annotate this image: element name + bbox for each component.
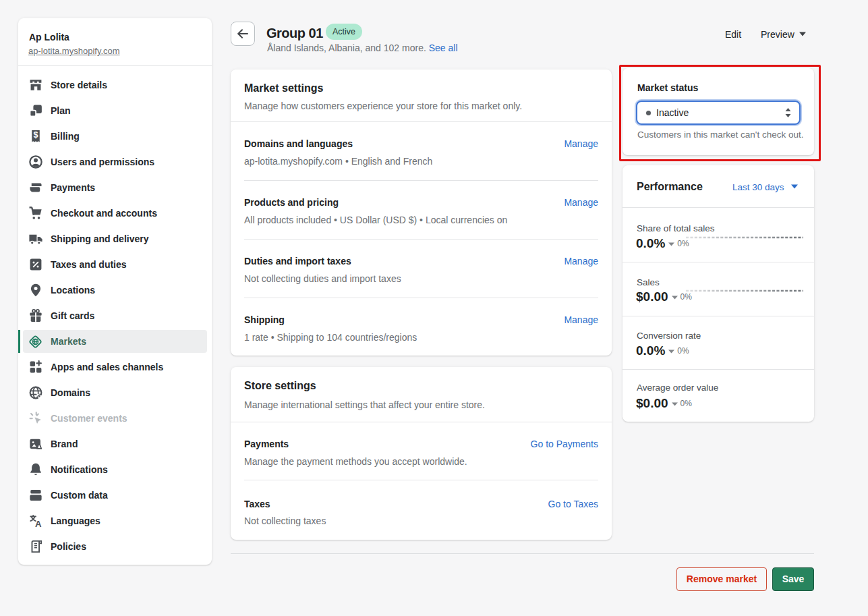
svg-text:$: $ <box>33 130 38 140</box>
svg-text:A: A <box>35 519 42 529</box>
